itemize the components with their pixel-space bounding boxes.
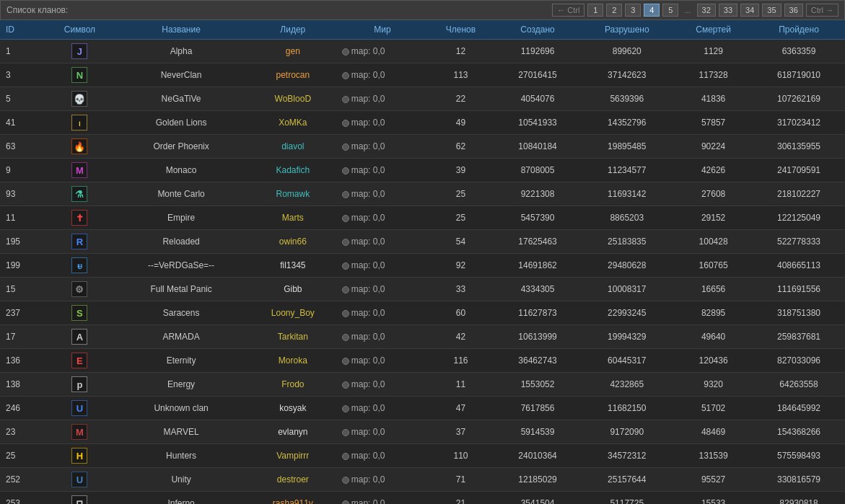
cell-leader[interactable]: Moroka xyxy=(247,349,339,373)
page-2-top[interactable]: 2 xyxy=(606,4,622,17)
cell-leader[interactable]: Vampirrr xyxy=(247,444,339,468)
cell-leader[interactable]: kosyak xyxy=(247,397,339,420)
cell-name[interactable]: Inferno xyxy=(115,492,247,505)
cell-leader[interactable]: Kadafich xyxy=(247,159,339,182)
table-row[interactable]: 246UUnknown clankosyakmap: 0,04776178561… xyxy=(0,397,845,420)
cell-created: 14691862 xyxy=(496,254,580,278)
table-header: ID Символ Название Лидер Мир Членов Созд… xyxy=(0,20,845,40)
world-icon xyxy=(342,453,349,460)
cell-name[interactable]: Full Metal Panic xyxy=(115,278,247,301)
cell-leader[interactable]: Loony_Boy xyxy=(247,301,339,325)
table-row[interactable]: 41ₗGolden LionsXoMKamap: 0,0491054193314… xyxy=(0,111,845,135)
cell-name[interactable]: ARMADA xyxy=(115,325,247,349)
table-row[interactable]: 3NNeverClanpetrocanmap: 0,01132701641537… xyxy=(0,63,845,87)
cell-leader[interactable]: petrocan xyxy=(247,63,339,87)
cell-name[interactable]: Empire xyxy=(115,206,247,230)
table-row[interactable]: 23MMARVELevlanynmap: 0,03759145399172090… xyxy=(0,420,845,444)
cell-leader[interactable]: XoMKa xyxy=(247,111,339,135)
cell-name[interactable]: Unity xyxy=(115,468,247,492)
world-icon xyxy=(342,215,349,222)
table-row[interactable]: 17AARMADATarkitanmap: 0,0421061399919994… xyxy=(0,325,845,349)
cell-leader[interactable]: gen xyxy=(247,40,339,63)
world-icon xyxy=(342,96,349,103)
table-row[interactable]: 195RReloadedowin66map: 0,054176254632518… xyxy=(0,230,845,254)
cell-leader[interactable]: WoBlooD xyxy=(247,87,339,111)
table-row[interactable]: 253⊓Infernorasha911vmap: 0,0213541504511… xyxy=(0,492,845,505)
cell-name[interactable]: Reloaded xyxy=(115,230,247,254)
cell-leader[interactable]: Romawk xyxy=(247,182,339,206)
page-5-top[interactable]: 5 xyxy=(662,4,678,17)
cell-created: 9221308 xyxy=(496,182,580,206)
cell-name[interactable]: Alpha xyxy=(115,40,247,63)
world-icon xyxy=(342,72,349,79)
cell-leader[interactable]: rasha911v xyxy=(247,492,339,505)
page-32-top[interactable]: 32 xyxy=(697,4,716,17)
cell-created: 10840184 xyxy=(496,135,580,159)
cell-leader[interactable]: Marts xyxy=(247,206,339,230)
table-row[interactable]: 9MMonacoKadafichmap: 0,03987080051123457… xyxy=(0,159,845,182)
world-icon xyxy=(342,358,349,365)
table-row[interactable]: 63🔥Order Phoenixdiavolmap: 0,06210840184… xyxy=(0,135,845,159)
page-4-top[interactable]: 4 xyxy=(644,4,660,17)
page-33-top[interactable]: 33 xyxy=(719,4,737,17)
world-icon xyxy=(342,191,349,198)
ctrl-left-top[interactable]: ← Ctrl xyxy=(552,4,585,17)
table-row[interactable]: 136EEternityMorokamap: 0,011636462743604… xyxy=(0,349,845,373)
cell-id: 23 xyxy=(0,420,44,444)
cell-id: 5 xyxy=(0,87,44,111)
cell-symbol: A xyxy=(44,325,116,349)
cell-leader[interactable]: diavol xyxy=(247,135,339,159)
table-row[interactable]: 252UUnitydestroermap: 0,0711218502925157… xyxy=(0,468,845,492)
cell-name[interactable]: Energy xyxy=(115,373,247,397)
cell-name[interactable]: Unknown clan xyxy=(115,397,247,420)
table-row[interactable]: 199ᵾ--=VeRDGaSe=--fil1345map: 0,09214691… xyxy=(0,254,845,278)
cell-members: 25 xyxy=(426,206,495,230)
world-icon xyxy=(342,167,349,174)
cell-name[interactable]: Hunters xyxy=(115,444,247,468)
page-36-top[interactable]: 36 xyxy=(784,4,803,17)
cell-name[interactable]: Saracens xyxy=(115,301,247,325)
col-members: Членов xyxy=(426,20,495,40)
page-1-top[interactable]: 1 xyxy=(587,4,603,17)
cell-leader[interactable]: fil1345 xyxy=(247,254,339,278)
world-icon xyxy=(342,500,349,504)
cell-leader[interactable]: destroer xyxy=(247,468,339,492)
cell-name[interactable]: Order Phoenix xyxy=(115,135,247,159)
table-row[interactable]: 11✝EmpireMartsmap: 0,0255457390886520329… xyxy=(0,206,845,230)
cell-name[interactable]: NeGaTiVe xyxy=(115,87,247,111)
top-label: Список кланов: xyxy=(6,5,68,15)
page-34-top[interactable]: 34 xyxy=(740,4,759,17)
cell-leader[interactable]: Frodo xyxy=(247,373,339,397)
cell-name[interactable]: Golden Lions xyxy=(115,111,247,135)
page-35-top[interactable]: 35 xyxy=(762,4,781,17)
table-row[interactable]: 25HHuntersVampirrrmap: 0,011024010364345… xyxy=(0,444,845,468)
cell-name[interactable]: NeverClan xyxy=(115,63,247,87)
cell-id: 63 xyxy=(0,135,44,159)
col-passed: Пройдено xyxy=(753,20,845,40)
cell-name[interactable]: MARVEL xyxy=(115,420,247,444)
table-row[interactable]: 237SSaracensLoony_Boymap: 0,060116278732… xyxy=(0,301,845,325)
cell-leader[interactable]: Tarkitan xyxy=(247,325,339,349)
cell-name[interactable]: --=VeRDGaSe=-- xyxy=(115,254,247,278)
table-row[interactable]: 138pEnergyFrodomap: 0,011155305242328659… xyxy=(0,373,845,397)
ctrl-right-top[interactable]: Ctrl → xyxy=(806,4,839,17)
cell-symbol: M xyxy=(44,159,116,182)
table-row[interactable]: 15⚙Full Metal PanicGibbmap: 0,0334334305… xyxy=(0,278,845,301)
cell-members: 25 xyxy=(426,182,495,206)
cell-name[interactable]: Eternity xyxy=(115,349,247,373)
table-row[interactable]: 93⚗Monte CarloRomawkmap: 0,0259221308116… xyxy=(0,182,845,206)
cell-destroyed: 37142623 xyxy=(579,63,674,87)
page-3-top[interactable]: 3 xyxy=(625,4,641,17)
cell-leader[interactable]: Gibb xyxy=(247,278,339,301)
cell-deaths: 100428 xyxy=(674,230,753,254)
cell-id: 41 xyxy=(0,111,44,135)
cell-leader[interactable]: owin66 xyxy=(247,230,339,254)
cell-leader[interactable]: evlanyn xyxy=(247,420,339,444)
cell-name[interactable]: Monaco xyxy=(115,159,247,182)
table-row[interactable]: 5💀NeGaTiVeWoBlooDmap: 0,0224054076563939… xyxy=(0,87,845,111)
table-row[interactable]: 1JAlphagenmap: 0,01211926968996201129636… xyxy=(0,40,845,63)
world-icon xyxy=(342,429,349,436)
cell-id: 199 xyxy=(0,254,44,278)
world-icon xyxy=(342,381,349,389)
cell-name[interactable]: Monte Carlo xyxy=(115,182,247,206)
